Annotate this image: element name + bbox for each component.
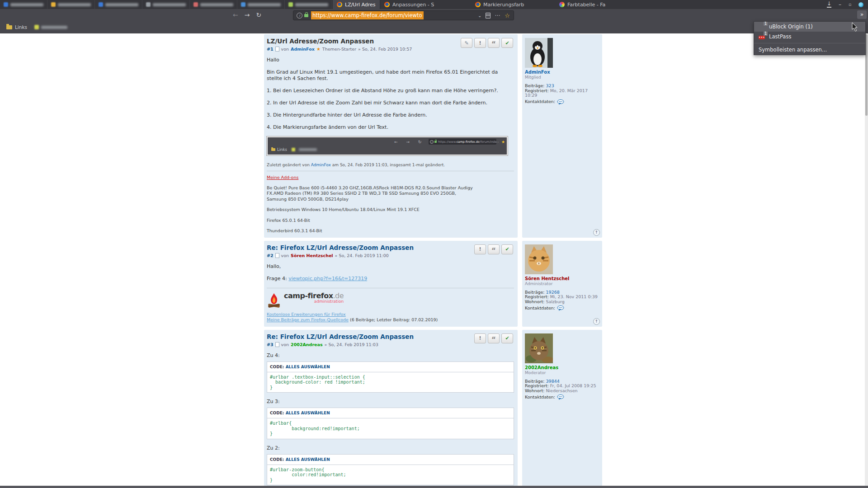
blurred-tab[interactable] xyxy=(142,0,190,9)
url-dropdown-icon[interactable]: ⌄ xyxy=(478,13,481,18)
info-icon[interactable]: i xyxy=(297,13,302,19)
select-all-link[interactable]: ALLES AUSWÄHLEN xyxy=(286,411,330,415)
select-all-link[interactable]: ALLES AUSWÄHLEN xyxy=(286,457,330,462)
blurred-tab[interactable] xyxy=(237,0,285,9)
post-paragraph: 4. Die Markierungsfarbe ändern von der U… xyxy=(267,124,514,131)
post-3: ! “ ✔ Re: Firefox LZ/Url Adresse/Zoom An… xyxy=(264,330,602,488)
url-text-selected[interactable]: https://www.camp-firefox.de/forum/viewto xyxy=(311,11,424,19)
post-2-body: ! “ ✔ Re: Firefox LZ/Url Adresse/Zoom An… xyxy=(264,241,518,327)
accept-button[interactable]: ✔ xyxy=(501,38,513,48)
menu-item-lastpass[interactable]: ••• 1 LastPass xyxy=(754,32,865,42)
tab-label: Farbtabelle - Fa xyxy=(567,2,605,8)
author-link[interactable]: 2002Andreas xyxy=(291,342,323,347)
tab-active[interactable]: LZ/Url Adres × xyxy=(332,0,380,9)
forward-button[interactable]: → xyxy=(245,11,250,19)
menu-item-customize-toolbars[interactable]: Symbolleisten anpassen… xyxy=(754,45,865,55)
quote-button[interactable]: “ xyxy=(488,244,500,254)
tab-favicon xyxy=(4,2,8,7)
post-number-link[interactable]: #3 xyxy=(267,342,274,347)
contact-icon[interactable] xyxy=(557,305,564,311)
blurred-tab[interactable] xyxy=(285,0,332,9)
avatar-cat[interactable] xyxy=(525,244,553,274)
avatar-penguin[interactable] xyxy=(525,38,553,68)
select-all-link[interactable]: ALLES AUSWÄHLEN xyxy=(286,365,330,369)
blurred-tab[interactable] xyxy=(190,0,237,9)
tab[interactable]: Farbtabelle - Fa xyxy=(555,0,640,9)
blurred-tab[interactable] xyxy=(95,0,142,9)
download-icon[interactable]: ↓ xyxy=(827,1,831,8)
mini-folder-icon xyxy=(271,148,275,151)
folder-icon xyxy=(6,25,12,29)
post-count-link[interactable]: 323 xyxy=(546,83,554,88)
bookmark-star-icon[interactable]: ☆ xyxy=(505,12,510,19)
viewtopic-link[interactable]: viewtopic.php?f=16&t=127319 xyxy=(288,276,367,282)
contact-icon[interactable] xyxy=(557,394,564,400)
post-number-link[interactable]: #1 xyxy=(267,47,274,52)
overflow-menu: 1 uBlock Origin (1) ••• 1 LastPass Symbo… xyxy=(754,21,866,55)
menu-separator xyxy=(754,43,865,43)
tab[interactable]: Markierungsfarb xyxy=(471,0,555,9)
blurred-tab[interactable] xyxy=(0,0,47,9)
profile-rank: Administrator xyxy=(525,282,599,286)
author-link[interactable]: Sören Hentzschel xyxy=(291,253,333,258)
back-to-top-button[interactable]: ↑ xyxy=(593,229,600,236)
profile-username[interactable]: Sören Hentzschel xyxy=(525,276,599,281)
profile-username[interactable]: 2002Andreas xyxy=(525,365,599,370)
accept-button[interactable]: ✔ xyxy=(501,244,513,254)
addons-link[interactable]: Meine Add-ons xyxy=(267,175,298,180)
overflow-menu-button[interactable]: » xyxy=(857,10,867,19)
minimize-button[interactable]: – xyxy=(839,1,841,8)
sourcecode-link[interactable]: Meine Beiträge zum Firefox-Quellcode xyxy=(267,317,349,322)
reader-mode-icon[interactable] xyxy=(486,13,491,19)
reload-button[interactable]: ↻ xyxy=(256,11,261,19)
screen: LZ/Url Adres × Anpassungen - S Markierun… xyxy=(0,0,868,488)
tab[interactable]: Anpassungen - S xyxy=(380,0,471,9)
report-button[interactable]: ! xyxy=(474,38,486,48)
bookmark-links-folder[interactable]: Links xyxy=(15,24,27,30)
colortable-icon xyxy=(559,2,565,7)
post-count-link[interactable]: 19268 xyxy=(546,290,560,295)
blurred-tab[interactable] xyxy=(47,0,95,9)
close-button[interactable] xyxy=(859,2,863,7)
firefox-icon xyxy=(475,2,481,7)
author-link[interactable]: AdminFox xyxy=(291,47,315,52)
post-date: » So, 24. Feb 2019 11:00 xyxy=(335,253,389,258)
tab-label: LZ/Url Adres xyxy=(345,2,376,8)
post-number-link[interactable]: #2 xyxy=(267,253,274,258)
maximize-button[interactable]: ▫ xyxy=(849,2,851,7)
accept-button[interactable]: ✔ xyxy=(501,333,513,343)
code-content[interactable]: #urlbar-zoom-button{ color:red!important… xyxy=(267,465,514,485)
menu-item-ublock[interactable]: 1 uBlock Origin (1) xyxy=(754,22,865,32)
report-button[interactable]: ! xyxy=(474,333,486,343)
url-bar[interactable]: i https://www.camp-firefox.de/forum/view… xyxy=(293,10,514,20)
post-1: ✎ ! “ ✔ LZ/Url Adresse/Zoom Anpassen #1 … xyxy=(264,34,602,238)
report-button[interactable]: ! xyxy=(474,244,486,254)
embedded-screenshot[interactable]: ← → ↻ i https://www.camp-firefox.de/foru… xyxy=(267,136,508,155)
blurred-bookmark[interactable] xyxy=(34,25,67,29)
page-actions-icon[interactable]: ⋯ xyxy=(495,12,500,19)
avatar-cat[interactable] xyxy=(525,333,553,363)
scrollbar[interactable] xyxy=(865,33,868,486)
lock-icon[interactable] xyxy=(304,14,308,17)
post-date: » So, 24. Feb 2019 11:03 xyxy=(325,342,378,347)
code-content[interactable]: #urlbar .textbox-input::selection { back… xyxy=(267,372,514,393)
tab-bar: LZ/Url Adres × Anpassungen - S Markierun… xyxy=(0,0,868,9)
code-content[interactable]: #urlbar{ background:red!important; } xyxy=(267,418,514,439)
profile-username[interactable]: AdminFox xyxy=(525,70,599,75)
menu-item-label: LastPass xyxy=(769,33,791,40)
post-count-link[interactable]: 39844 xyxy=(546,379,560,384)
back-to-top-button[interactable]: ↑ xyxy=(593,318,600,325)
quote-button[interactable]: “ xyxy=(488,38,500,48)
post-3-body: ! “ ✔ Re: Firefox LZ/Url Adresse/Zoom An… xyxy=(264,330,518,488)
contact-icon[interactable] xyxy=(557,99,564,105)
quote-button[interactable]: “ xyxy=(488,333,500,343)
ublock-icon: 1 xyxy=(759,23,765,30)
mini-url-bar: i https://www.camp-firefox.de/forum/inde xyxy=(429,139,496,145)
post-2: ! “ ✔ Re: Firefox LZ/Url Adresse/Zoom An… xyxy=(264,241,602,327)
edited-author-link[interactable]: AdminFox xyxy=(311,163,331,167)
extensions-link[interactable]: Kostenlose Erweiterungen für Firefox xyxy=(267,312,346,317)
code-block: CODE: ALLES AUSWÄHLEN #urlbar-zoom-butto… xyxy=(267,454,514,486)
edit-button[interactable]: ✎ xyxy=(461,38,472,48)
post-2-profile: Sören Hentzschel Administrator Beiträge:… xyxy=(522,241,602,327)
back-button[interactable]: ← xyxy=(233,11,238,19)
